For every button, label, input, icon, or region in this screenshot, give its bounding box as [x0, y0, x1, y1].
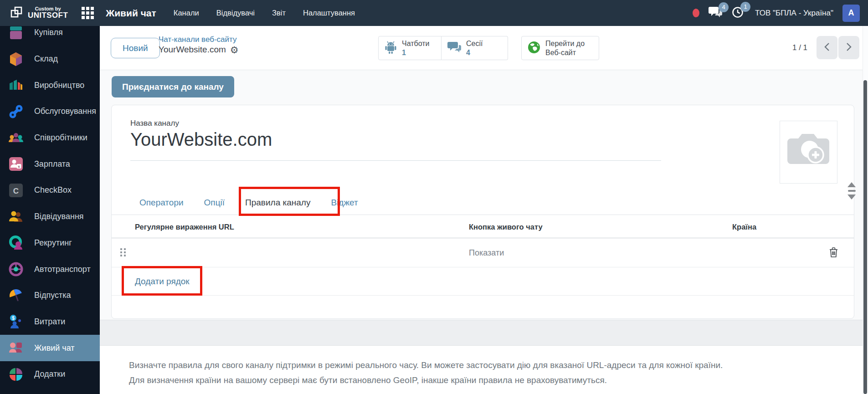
website-label: Веб-сайт	[545, 48, 585, 57]
employees-app-icon	[8, 130, 24, 146]
livechat-channel-page: Custom by UNITSOFT Живий чат Канали Відв…	[0, 0, 868, 394]
livechat-app-icon	[8, 340, 24, 356]
rules-table-header: Регулярне вираження URL Кнопка живого ча…	[112, 215, 854, 238]
input-underline	[130, 160, 661, 161]
help-text-block: Визначте правила для свого каналу підтри…	[100, 346, 868, 394]
pager-count: 1 / 1	[792, 43, 807, 52]
chatbots-stat-button[interactable]: Чатботи 1	[378, 36, 442, 60]
app-title[interactable]: Живий чат	[106, 8, 156, 19]
fleet-app-icon	[8, 261, 24, 277]
sessions-value: 4	[466, 48, 483, 57]
control-panel: Новий Чат-канали веб-сайту YourWebsite.c…	[100, 26, 868, 70]
nav-menu-channels[interactable]: Канали	[174, 9, 199, 17]
sidebar-item-expenses[interactable]: $ Витрати	[0, 309, 100, 335]
notebook-tabs: Оператори Опції Правила каналу Віджет	[139, 191, 358, 215]
new-button[interactable]: Новий	[111, 38, 160, 58]
nav-menu-report[interactable]: Звіт	[272, 9, 286, 17]
maintenance-app-icon	[8, 104, 24, 119]
breadcrumb-parent-link[interactable]: Чат-канали веб-сайту	[159, 35, 239, 44]
rule-table-row[interactable]: Показати	[112, 238, 854, 267]
drag-handle-icon[interactable]	[120, 248, 126, 259]
sidebar-item-livechat[interactable]: Живий чат	[0, 335, 100, 361]
checkbox-app-icon: C	[8, 183, 24, 198]
sidebar-item-employees[interactable]: Співробітники	[0, 125, 100, 151]
attendance-app-icon	[8, 209, 24, 225]
breadcrumb: Чат-канали веб-сайту YourWebsite.com ⚙	[159, 35, 239, 55]
scroll-down-arrow-icon[interactable]	[847, 194, 856, 200]
activities-badge: 1	[740, 2, 750, 12]
timeoff-app-icon	[8, 288, 24, 303]
android-robot-icon	[385, 41, 397, 56]
payroll-app-icon: s	[8, 156, 24, 172]
sidebar-item-inventory[interactable]: Склад	[0, 46, 100, 72]
go-to-label: Перейти до	[545, 39, 585, 48]
pager: 1 / 1	[792, 36, 859, 59]
rule-action-cell[interactable]: Показати	[469, 238, 504, 267]
sidebar-item-purchase[interactable]: Купівля	[0, 26, 100, 46]
page-scrollbar-thumb[interactable]	[863, 80, 867, 394]
scroll-dash-icon	[848, 190, 856, 192]
add-row-link[interactable]: Додати рядок	[135, 276, 190, 287]
nav-menu-settings[interactable]: Налаштування	[303, 9, 355, 17]
help-line-1: Визначте правила для свого каналу підтри…	[129, 358, 850, 373]
recruitment-app-icon	[8, 235, 24, 251]
chevron-left-icon	[824, 42, 830, 53]
activities-menu[interactable]: 1	[731, 6, 744, 20]
sidebar-item-maintenance[interactable]: Обслуговування	[0, 98, 100, 125]
unitsoft-logo-icon	[10, 5, 24, 21]
svg-text:s: s	[18, 164, 20, 169]
main-content: Новий Чат-канали веб-сайту YourWebsite.c…	[100, 26, 868, 394]
trash-icon	[829, 252, 838, 259]
channel-name-label: Назва каналу	[130, 119, 179, 128]
channel-image-upload[interactable]	[780, 121, 837, 184]
tab-channel-rules[interactable]: Правила каналу	[245, 198, 310, 208]
nav-menus: Канали Відвідувачі Звіт Налаштування	[174, 9, 355, 17]
svg-text:C: C	[13, 186, 19, 195]
tab-options[interactable]: Опції	[204, 198, 225, 208]
sidebar-item-attendance[interactable]: Відвідування	[0, 204, 100, 230]
sidebar-item-apps[interactable]: Додатки	[0, 361, 100, 388]
page-scrollbar-track[interactable]	[863, 26, 868, 394]
help-line-2: Для визначення країни на вашому сервері …	[129, 373, 850, 388]
user-avatar[interactable]: A	[842, 5, 860, 22]
presence-status-dot[interactable]	[693, 9, 699, 17]
company-name[interactable]: ТОВ "БПЛА - Україна"	[755, 9, 833, 18]
form-view: Приєднатися до каналу Назва каналу YourW…	[100, 70, 868, 320]
channel-name-input[interactable]: YourWebsite.com	[130, 129, 272, 150]
messages-menu[interactable]: 4	[709, 6, 722, 20]
apps-grid-icon[interactable]	[82, 7, 94, 19]
form-sheet: Назва каналу YourWebsite.com	[111, 105, 854, 319]
pager-previous-button[interactable]	[817, 36, 837, 59]
unitsoft-logo[interactable]: Custom by UNITSOFT	[10, 5, 68, 21]
join-channel-button[interactable]: Приєднатися до каналу	[112, 76, 234, 97]
sessions-label: Сесії	[466, 39, 483, 48]
delete-row-button[interactable]	[829, 247, 838, 259]
tab-widget[interactable]: Віджет	[331, 198, 358, 208]
chevron-right-icon	[846, 42, 852, 53]
sidebar-item-payroll[interactable]: s Зарплата	[0, 151, 100, 177]
sidebar-item-timeoff[interactable]: Відпустка	[0, 282, 100, 309]
go-to-website-button[interactable]: Перейти до Веб-сайт	[521, 36, 599, 60]
column-livechat-button: Кнопка живого чату	[469, 215, 543, 238]
sessions-chat-icon	[447, 41, 461, 55]
sidebar-item-manufacturing[interactable]: Виробництво	[0, 72, 100, 98]
chatbots-value: 1	[402, 48, 430, 57]
sidebar-item-recruitment[interactable]: Рекрутинг	[0, 230, 100, 256]
pager-next-button[interactable]	[838, 36, 859, 59]
nav-menu-visitors[interactable]: Відвідувачі	[216, 9, 255, 17]
stat-buttons: Чатботи 1 Сесії 4	[378, 36, 599, 60]
column-url-regex: Регулярне вираження URL	[135, 215, 234, 238]
gear-icon[interactable]: ⚙	[230, 45, 239, 55]
sessions-stat-button[interactable]: Сесії 4	[442, 36, 508, 60]
tab-operators[interactable]: Оператори	[139, 198, 184, 208]
sidebar-item-checkbox[interactable]: C CheckBox	[0, 177, 100, 204]
tabs-divider	[112, 215, 854, 215]
scroll-up-arrow-icon[interactable]	[847, 182, 856, 187]
column-country: Країна	[732, 215, 756, 238]
camera-plus-icon	[786, 131, 832, 173]
sidebar-item-fleet[interactable]: Автотранспорт	[0, 256, 100, 282]
add-row-container: Додати рядок	[112, 267, 854, 296]
apps-sidebar: Купівля Склад Виробництво Обслуговування	[0, 26, 100, 394]
apps-app-icon	[8, 367, 24, 382]
manufacturing-app-icon	[8, 77, 24, 93]
